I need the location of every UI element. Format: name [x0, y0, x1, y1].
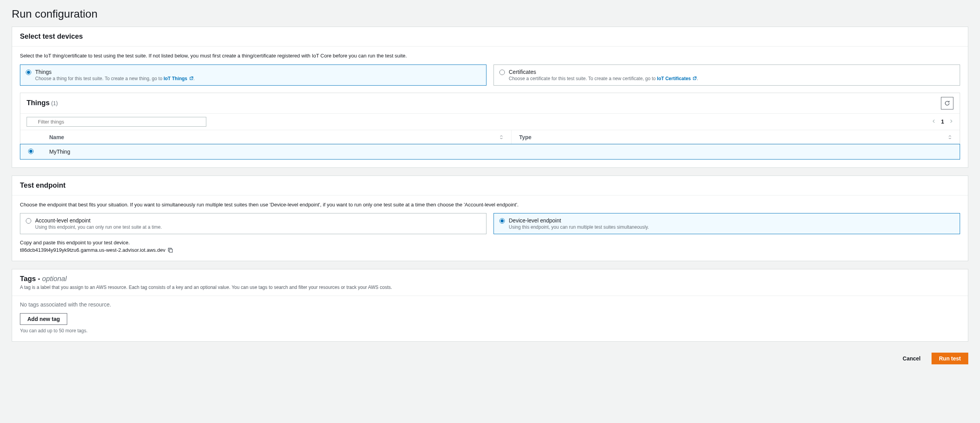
pager-page: 1 — [941, 118, 944, 125]
external-link-icon — [693, 76, 697, 80]
option-things-title: Things — [35, 69, 481, 75]
filter-things-input[interactable] — [27, 117, 206, 127]
endpoint-copy-label: Copy and paste this endpoint to your tes… — [20, 240, 960, 246]
pager-prev[interactable] — [932, 118, 936, 125]
page-title: Run configuration — [12, 8, 968, 20]
option-things-sub: Choose a thing for this test suite. To c… — [35, 76, 481, 81]
copy-icon[interactable] — [168, 247, 173, 253]
chevron-left-icon — [932, 119, 936, 124]
run-test-button[interactable]: Run test — [932, 353, 968, 364]
cancel-button[interactable]: Cancel — [896, 353, 928, 364]
cell-name: MyThing — [41, 144, 511, 159]
tags-heading: Tags - optional — [20, 275, 67, 283]
sort-icon — [499, 135, 503, 139]
external-link-icon — [190, 76, 193, 80]
tags-hint: You can add up to 50 more tags. — [20, 328, 960, 333]
svg-rect-1 — [170, 249, 173, 252]
option-device-endpoint[interactable]: Device-level endpoint Using this endpoin… — [494, 213, 960, 234]
things-table-panel: Things (1) 1 — [20, 93, 960, 160]
devices-heading: Select test devices — [20, 32, 960, 41]
radio-icon — [26, 218, 31, 224]
device-endpoint-sub: Using this endpoint, you can run multipl… — [509, 224, 954, 230]
col-type[interactable]: Type — [511, 130, 960, 145]
things-table: Name Type MyThing — [20, 130, 960, 159]
option-certs-title: Certificates — [509, 69, 954, 75]
option-account-endpoint[interactable]: Account-level endpoint Using this endpoi… — [20, 213, 486, 234]
pager: 1 — [932, 118, 953, 125]
radio-icon — [499, 70, 505, 75]
endpoint-desc: Choose the endpoint that best fits your … — [20, 201, 960, 209]
endpoint-heading: Test endpoint — [20, 181, 960, 190]
radio-icon[interactable] — [28, 149, 34, 154]
radio-icon — [26, 70, 31, 75]
pager-next[interactable] — [949, 118, 953, 125]
link-iot-certificates[interactable]: IoT Certificates — [657, 76, 697, 81]
option-certs-sub: Choose a certificate for this test suite… — [509, 76, 954, 81]
panel-select-devices: Select test devices Select the IoT thing… — [12, 27, 968, 168]
tags-empty: No tags associated with the resource. — [20, 301, 960, 308]
option-certificates[interactable]: Certificates Choose a certificate for th… — [494, 65, 960, 86]
table-row[interactable]: MyThing — [20, 144, 960, 159]
add-tag-button[interactable]: Add new tag — [20, 313, 67, 325]
cell-type — [511, 144, 960, 159]
endpoint-value: t86dcb4139t4y919yk9tzu6.gamma.us-west-2.… — [20, 247, 165, 253]
things-title: Things — [27, 99, 50, 107]
panel-tags: Tags - optional A tag is a label that yo… — [12, 269, 968, 342]
things-count: (1) — [51, 100, 58, 106]
radio-icon — [499, 218, 505, 224]
sort-icon — [948, 135, 952, 139]
device-endpoint-title: Device-level endpoint — [509, 217, 954, 224]
refresh-icon — [944, 100, 950, 106]
link-iot-things[interactable]: IoT Things — [164, 76, 193, 81]
devices-desc: Select the IoT thing/certificate to test… — [20, 52, 960, 60]
tags-desc: A tag is a label that you assign to an A… — [20, 285, 960, 290]
panel-test-endpoint: Test endpoint Choose the endpoint that b… — [12, 176, 968, 262]
account-endpoint-title: Account-level endpoint — [35, 217, 481, 224]
col-name[interactable]: Name — [41, 130, 511, 145]
option-things[interactable]: Things Choose a thing for this test suit… — [20, 65, 486, 86]
account-endpoint-sub: Using this endpoint, you can only run on… — [35, 224, 481, 230]
refresh-button[interactable] — [941, 97, 953, 109]
footer-actions: Cancel Run test — [12, 350, 968, 372]
chevron-right-icon — [949, 119, 953, 124]
